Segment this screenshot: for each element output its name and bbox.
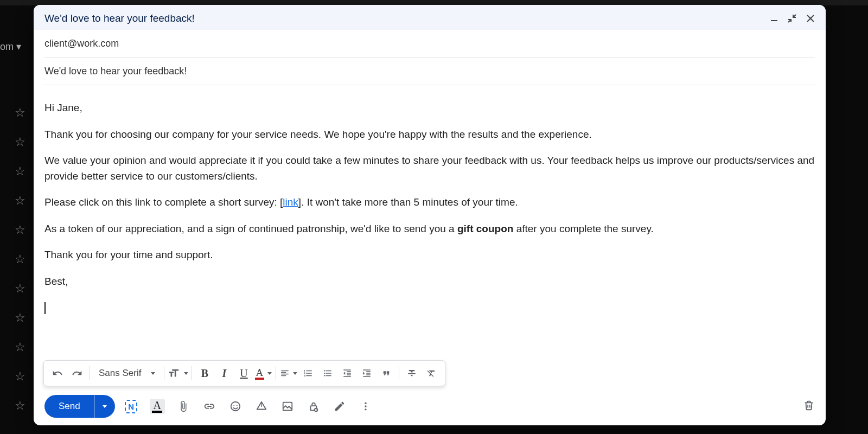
send-button-group: Send (44, 395, 115, 418)
chevron-down-icon (184, 372, 188, 375)
send-button[interactable]: Send (44, 395, 94, 418)
body-para4: As a token of our appreciation, and a si… (44, 221, 815, 237)
body-greeting: Hi Jane, (44, 100, 815, 116)
svg-point-9 (365, 409, 366, 410)
underline-button[interactable]: U (234, 364, 253, 382)
send-options-button[interactable] (94, 395, 115, 418)
to-field[interactable]: client@work.com (44, 30, 815, 58)
confidential-mode-button[interactable] (306, 399, 321, 414)
body-para3: Please click on this link to complete a … (44, 195, 815, 210)
gift-coupon-bold: gift coupon (457, 223, 513, 234)
star-icon[interactable]: ☆ (0, 106, 30, 120)
toolbar-separator (399, 366, 399, 380)
bold-button[interactable]: B (195, 364, 214, 382)
text-format-button[interactable]: A (150, 399, 165, 414)
star-icon[interactable]: ☆ (0, 311, 30, 325)
star-icon[interactable]: ☆ (0, 399, 30, 413)
quote-button[interactable] (377, 364, 395, 382)
indent-more-button[interactable] (358, 364, 376, 382)
compose-fields: client@work.com We'd love to hear your f… (34, 30, 826, 85)
compose-body[interactable]: Hi Jane, Thank you for choosing our comp… (34, 85, 826, 357)
format-toolbar: Sans Serif B I U A (43, 360, 445, 386)
font-size-button[interactable] (168, 364, 188, 382)
toolbar-separator (192, 366, 192, 380)
toolbar-separator (90, 366, 90, 380)
body-closing: Best, (44, 274, 815, 290)
more-options-button[interactable] (358, 399, 373, 414)
bulleted-list-button[interactable] (318, 364, 337, 382)
font-family-select[interactable]: Sans Serif (93, 364, 161, 382)
insert-link-button[interactable] (202, 399, 217, 414)
svg-point-1 (231, 402, 240, 411)
svg-rect-0 (771, 20, 777, 21)
discard-draft-button[interactable] (803, 399, 815, 413)
insert-photo-button[interactable] (280, 399, 295, 414)
italic-button[interactable]: I (215, 364, 233, 382)
chevron-down-icon (103, 405, 107, 408)
insert-emoji-button[interactable] (228, 399, 243, 414)
bottom-icon-row: N A (124, 399, 373, 414)
insert-drive-button[interactable] (254, 399, 269, 414)
exit-fullscreen-button[interactable] (788, 14, 796, 23)
toolbar-separator (276, 366, 276, 380)
svg-point-2 (233, 405, 234, 406)
para3-after: ]. It won't take more than 5 minutes of … (298, 196, 518, 208)
strikethrough-button[interactable] (403, 364, 421, 382)
para3-before: Please click on this link to complete a … (44, 196, 283, 208)
compose-bottom-bar: Send N A (34, 388, 826, 425)
insert-signature-button[interactable] (332, 399, 347, 414)
svg-point-3 (237, 405, 238, 406)
toolbar-separator (164, 366, 164, 380)
star-icon[interactable]: ☆ (0, 369, 30, 384)
text-cursor (44, 300, 815, 316)
star-icon[interactable]: ☆ (0, 135, 30, 149)
undo-button[interactable] (48, 364, 67, 382)
close-button[interactable] (806, 14, 815, 23)
text-color-button[interactable]: A (254, 364, 272, 382)
body-para1: Thank you for choosing our company for y… (44, 127, 815, 143)
chevron-down-icon (151, 372, 155, 375)
numbered-list-button[interactable] (299, 364, 317, 382)
align-button[interactable] (279, 364, 298, 382)
indent-less-button[interactable] (338, 364, 356, 382)
chevron-down-icon (293, 372, 297, 375)
minimize-button[interactable] (770, 15, 778, 22)
from-filter-label[interactable]: om ▾ (0, 41, 21, 53)
star-icon[interactable]: ☆ (0, 194, 30, 208)
survey-link[interactable]: link (283, 196, 298, 208)
redo-button[interactable] (68, 364, 86, 382)
chevron-down-icon (267, 372, 272, 375)
compose-header: We'd love to hear your feedback! (34, 5, 826, 30)
body-para5: Thank you for your time and support. (44, 247, 815, 263)
font-family-label: Sans Serif (99, 368, 141, 379)
compose-window: We'd love to hear your feedback! client@… (34, 5, 826, 425)
bottom-left-group: Send N A (44, 395, 373, 418)
svg-point-8 (365, 405, 366, 407)
remove-formatting-button[interactable] (422, 364, 441, 382)
body-para2: We value your opinion and would apprecia… (44, 153, 815, 184)
svg-point-7 (365, 403, 366, 404)
window-controls (770, 14, 815, 23)
star-icon[interactable]: ☆ (0, 282, 30, 296)
star-icon[interactable]: ☆ (0, 252, 30, 266)
subject-field[interactable]: We'd love to hear your feedback! (44, 58, 815, 85)
star-icon[interactable]: ☆ (0, 164, 30, 178)
para4-before: As a token of our appreciation, and a si… (44, 223, 457, 234)
attach-file-button[interactable] (176, 399, 191, 414)
star-icon[interactable]: ☆ (0, 223, 30, 237)
para4-after: after you complete the survey. (513, 223, 653, 234)
compose-title: We'd love to hear your feedback! (44, 12, 195, 24)
spellcheck-button[interactable]: N (124, 399, 139, 414)
star-icon[interactable]: ☆ (0, 340, 30, 354)
star-column: ☆ ☆ ☆ ☆ ☆ ☆ ☆ ☆ ☆ ☆ ☆ (0, 98, 30, 423)
